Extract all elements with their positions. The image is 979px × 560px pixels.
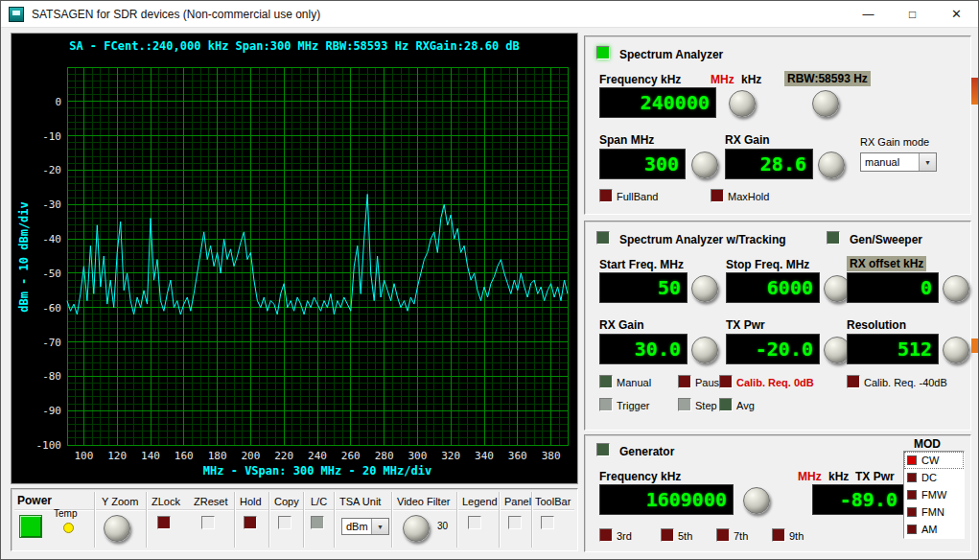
yzoom-label: Y Zoom xyxy=(102,496,138,507)
generator-enable-checkbox[interactable] xyxy=(596,443,610,456)
pause-checkbox[interactable] xyxy=(678,375,691,388)
rx-offset-knob[interactable] xyxy=(943,275,969,302)
trigger-label: Trigger xyxy=(617,400,649,411)
sa-unit-khz-toggle[interactable]: kHz xyxy=(741,73,761,86)
gen-unit-mhz-toggle[interactable]: MHz xyxy=(798,470,822,483)
start-freq-knob[interactable] xyxy=(691,275,718,302)
toolbar-button[interactable] xyxy=(541,516,554,529)
svg-text:280: 280 xyxy=(375,450,394,462)
spectrum-panel: 1001201401601802002202402602803003203403… xyxy=(11,33,578,484)
generator-panel: Generator Frequency kHz MHz kHz TX Pwr 1… xyxy=(584,434,971,552)
calib-0db-label: Calib. Req. 0dB xyxy=(736,377,814,388)
sa-rx-gain-knob[interactable] xyxy=(818,152,845,178)
spectrum-plot[interactable]: 1001201401601802002202402602803003203403… xyxy=(12,34,579,485)
step-checkbox[interactable] xyxy=(678,398,691,411)
video-filter-knob[interactable] xyxy=(403,515,430,542)
gen-unit-khz-toggle[interactable]: kHz xyxy=(828,470,849,483)
sa-frequency-knob[interactable] xyxy=(729,90,756,117)
rx-gain-mode-value: manual xyxy=(865,156,899,168)
maximize-button[interactable]: □ xyxy=(891,1,934,28)
divider xyxy=(146,492,147,548)
resolution-label: Resolution xyxy=(847,318,906,332)
harmonic-3rd-checkbox[interactable] xyxy=(599,528,613,542)
trk-rx-gain-knob[interactable] xyxy=(691,337,718,363)
hold-checkbox[interactable] xyxy=(244,516,257,529)
svg-text:160: 160 xyxy=(175,450,194,462)
dropdown-arrow-icon[interactable]: ▼ xyxy=(371,519,388,534)
lc-button[interactable] xyxy=(311,516,324,529)
copy-label: Copy xyxy=(274,496,299,507)
tsa-unit-select[interactable]: dBm ▼ xyxy=(341,518,389,535)
copy-button[interactable] xyxy=(278,516,291,529)
power-button[interactable] xyxy=(19,515,42,538)
gen-sweeper-checkbox[interactable] xyxy=(827,231,840,245)
mod-option-label: AM xyxy=(921,524,938,535)
rx-offset-display[interactable]: 0 xyxy=(847,272,939,303)
mod-option-fmn[interactable]: FMN xyxy=(904,503,964,521)
harmonic-5th-checkbox[interactable] xyxy=(661,528,674,542)
trk-tx-pwr-display[interactable]: -20.0 xyxy=(726,334,820,364)
tracking-enable-checkbox[interactable] xyxy=(596,231,610,245)
zreset-button[interactable] xyxy=(201,516,215,529)
maxhold-checkbox[interactable] xyxy=(711,189,724,202)
window-title: SATSAGEN for SDR devices (Non-commercial… xyxy=(32,1,320,28)
spectrum-analyzer-panel: Spectrum Analyzer Frequency kHz MHz kHz … xyxy=(584,35,971,215)
yzoom-knob[interactable] xyxy=(104,515,130,542)
mod-listbox: CW DC FMW FMN AM xyxy=(903,451,965,539)
spectrum-analyzer-enable-checkbox[interactable] xyxy=(596,46,610,59)
manual-checkbox[interactable] xyxy=(599,375,613,388)
avg-label: Avg xyxy=(736,400,755,411)
divider xyxy=(531,492,532,548)
gen-tx-pwr-label: TX Pwr xyxy=(855,470,895,483)
manual-label: Manual xyxy=(617,377,651,388)
svg-text:-30: -30 xyxy=(42,198,61,211)
trk-rx-gain-display[interactable]: 30.0 xyxy=(599,334,688,364)
zlock-checkbox[interactable] xyxy=(157,516,171,529)
span-knob[interactable] xyxy=(691,152,718,178)
divider xyxy=(456,492,457,548)
minimize-button[interactable]: — xyxy=(847,1,890,28)
start-freq-display[interactable]: 50 xyxy=(599,272,688,303)
stop-freq-display[interactable]: 6000 xyxy=(726,272,820,303)
calib-40db-checkbox[interactable] xyxy=(847,375,860,388)
trigger-checkbox[interactable] xyxy=(599,398,613,411)
titlebar[interactable]: SATSAGEN for SDR devices (Non-commercial… xyxy=(1,1,978,28)
harmonic-7th-checkbox[interactable] xyxy=(716,528,730,542)
panel-button[interactable] xyxy=(508,516,522,529)
mod-option-dc[interactable]: DC xyxy=(904,469,964,486)
rx-gain-mode-label: RX Gain mode xyxy=(860,136,929,148)
power-label: Power xyxy=(17,494,52,507)
fullband-checkbox[interactable] xyxy=(599,189,613,202)
resolution-display[interactable]: 512 xyxy=(847,334,939,364)
legend-button[interactable] xyxy=(468,516,481,529)
gen-tx-pwr-display[interactable]: -89.0 xyxy=(812,484,904,515)
calib-0db-checkbox[interactable] xyxy=(719,375,733,388)
svg-text:-20: -20 xyxy=(42,164,61,176)
span-display[interactable]: 300 xyxy=(599,149,686,179)
resolution-knob[interactable] xyxy=(943,337,969,363)
sa-frequency-display[interactable]: 240000 xyxy=(599,87,716,118)
rbw-knob[interactable] xyxy=(812,90,839,117)
svg-text:-100: -100 xyxy=(36,439,62,452)
sa-rx-gain-display[interactable]: 28.6 xyxy=(725,149,813,179)
close-button[interactable]: ✕ xyxy=(935,1,978,28)
mod-option-cw[interactable]: CW xyxy=(904,452,964,469)
spectrum-y-axis-title: dBm - 10 dBm/div xyxy=(17,185,31,329)
gen-frequency-display[interactable]: 1609000 xyxy=(599,484,734,515)
avg-checkbox[interactable] xyxy=(719,398,733,411)
mod-option-am[interactable]: AM xyxy=(904,521,964,538)
spectrum-analyzer-panel-title: Spectrum Analyzer xyxy=(619,48,723,61)
sa-unit-mhz-toggle[interactable]: MHz xyxy=(711,73,734,86)
mod-option-fmw[interactable]: FMW xyxy=(904,486,964,503)
svg-text:-10: -10 xyxy=(42,130,61,143)
bottom-control-bar: Power Temp Y Zoom ZLock ZReset Hold Copy… xyxy=(11,488,578,551)
video-filter-value: 30 xyxy=(437,521,448,531)
gen-frequency-knob[interactable] xyxy=(743,487,770,514)
svg-text:-90: -90 xyxy=(42,405,61,417)
harmonic-9th-checkbox[interactable] xyxy=(772,528,785,542)
rx-gain-mode-select[interactable]: manual ▼ xyxy=(860,152,937,172)
divider xyxy=(14,509,574,510)
dropdown-arrow-icon[interactable]: ▼ xyxy=(919,153,936,171)
svg-text:-80: -80 xyxy=(42,370,61,383)
mod-option-label: CW xyxy=(921,455,939,466)
